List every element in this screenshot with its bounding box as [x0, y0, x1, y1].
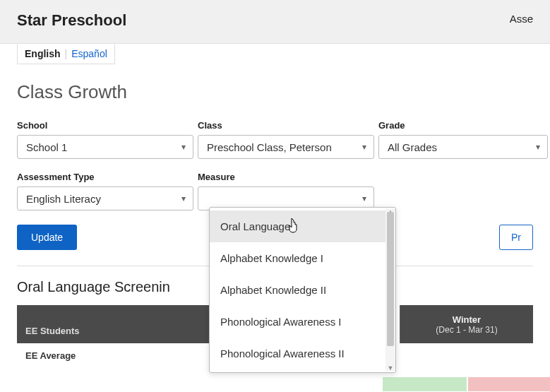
- app-header: Star Preschool Asse: [0, 0, 550, 44]
- filter-grade-label: Grade: [378, 120, 548, 131]
- chevron-down-icon: ▾: [362, 142, 366, 152]
- measure-dropdown[interactable]: Oral Language Alphabet Knowledge I Alpha…: [209, 207, 396, 373]
- filter-class: Class Preschool Class, Peterson ▾: [198, 120, 374, 159]
- scroll-thumb[interactable]: [387, 212, 394, 346]
- dropdown-scrollbar[interactable]: ▲ ▼: [385, 209, 395, 371]
- col-header-winter-range: (Dec 1 - Mar 31): [436, 325, 497, 335]
- filter-grade: Grade All Grades ▾: [378, 120, 548, 159]
- scroll-down-icon[interactable]: ▼: [385, 364, 395, 372]
- class-select[interactable]: Preschool Class, Peterson ▾: [198, 135, 374, 159]
- grade-select[interactable]: All Grades ▾: [378, 135, 548, 159]
- filter-school-label: School: [17, 120, 193, 131]
- lang-spanish[interactable]: Español: [71, 48, 107, 59]
- filters-row-2: Assessment Type English Literacy ▾ Measu…: [17, 172, 533, 210]
- measure-option-alphabet-1[interactable]: Alphabet Knowledge I: [210, 242, 395, 274]
- assessment-type-select[interactable]: English Literacy ▾: [17, 186, 193, 210]
- filter-assessment-type-label: Assessment Type: [17, 172, 193, 182]
- right-button-partial[interactable]: Pr: [499, 225, 533, 250]
- lang-english[interactable]: English: [25, 48, 61, 59]
- col-header-winter: Winter (Dec 1 - Mar 31): [400, 305, 533, 343]
- app-title: Star Preschool: [17, 11, 126, 30]
- actions-right: Pr: [499, 225, 533, 250]
- filter-class-label: Class: [198, 120, 374, 131]
- grade-select-value: All Grades: [388, 141, 437, 153]
- chip-red: [468, 377, 550, 391]
- filter-school: School School 1 ▾: [17, 120, 193, 159]
- lang-separator: |: [65, 48, 68, 59]
- filter-measure-label: Measure: [198, 172, 374, 182]
- measure-option-alphabet-2[interactable]: Alphabet Knowledge II: [210, 274, 395, 306]
- measure-option-oral-language[interactable]: Oral Language: [210, 210, 395, 242]
- assessment-type-select-value: English Literacy: [26, 193, 101, 205]
- chevron-down-icon: ▾: [181, 142, 186, 152]
- measure-option-phono-1[interactable]: Phonological Awareness I: [210, 306, 395, 338]
- language-tabs: English | Español: [17, 44, 115, 64]
- chevron-down-icon: ▾: [536, 142, 540, 152]
- chevron-down-icon: ▾: [181, 194, 186, 203]
- measure-option-phono-2[interactable]: Phonological Awareness II: [210, 338, 395, 369]
- filter-assessment-type: Assessment Type English Literacy ▾: [17, 172, 193, 210]
- col-header-winter-title: Winter: [453, 314, 481, 325]
- school-select[interactable]: School 1 ▾: [17, 135, 193, 159]
- filter-measure: Measure ▾: [198, 172, 374, 210]
- chevron-down-icon: ▾: [362, 194, 366, 203]
- header-right-text: Asse: [510, 13, 533, 25]
- chip-green: [383, 377, 467, 391]
- page-title: Class Growth: [17, 81, 533, 103]
- update-button[interactable]: Update: [17, 225, 77, 250]
- school-select-value: School 1: [26, 141, 67, 153]
- color-chips-partial: [383, 377, 550, 391]
- filters-row-1: School School 1 ▾ Class Preschool Class,…: [17, 120, 533, 159]
- class-select-value: Preschool Class, Peterson: [207, 141, 332, 153]
